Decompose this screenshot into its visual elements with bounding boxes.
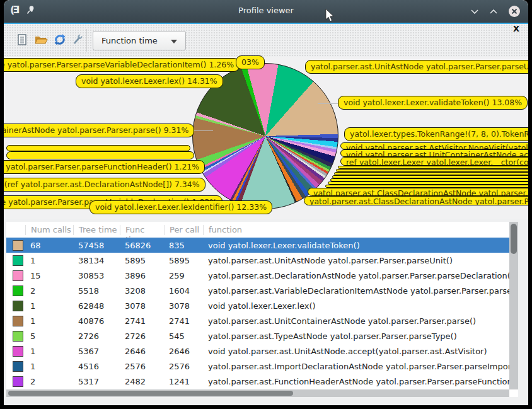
close-button[interactable]: [508, 5, 521, 18]
pie-callout-label: void yatol.parser.ast.AstVisitor.NoneVis…: [340, 142, 528, 149]
cell-tree-time: 4516: [73, 362, 120, 371]
pie-callout-label: yatol.parser.ast.UnitContainerAstNode ya…: [4, 124, 194, 137]
pie-callout-label: void yatol.parser.Parser.parseDeclaratio…: [4, 178, 205, 192]
toolbar-separator: [86, 29, 87, 52]
pie-callout-label: [6, 145, 190, 151]
cell-function: yatol.parser.ast.VariableDeclarationItem…: [203, 286, 509, 296]
pie-callout-label: yatol.parser.ast.VariableDeclarationItem…: [4, 58, 240, 72]
shade-button[interactable]: [470, 8, 479, 14]
cell-num-calls: 68: [25, 241, 73, 250]
pie-callout-label: void yatol.parser.ast.UnitContainerAstNo…: [340, 149, 528, 157]
dock-close-button[interactable]: X: [513, 24, 519, 33]
cell-func-time: 2726: [120, 331, 164, 341]
pie-callout-label: yatol.parser.ast.FunctionHeaderAstNode y…: [4, 160, 205, 174]
cell-function: void yatol.lexer.Lexer.validateToken(): [203, 241, 509, 250]
table-row[interactable]: 13813458955895yatol.parser.ast.UnitAstNo…: [6, 253, 509, 268]
open-file-button[interactable]: [33, 32, 49, 48]
cell-function: yatol.parser.ast.TypeAstNode yatol.parse…: [203, 331, 509, 341]
table-row[interactable]: 685745856826835void yatol.lexer.Lexer.va…: [6, 238, 509, 253]
table-row[interactable]: 2531724821241yatol.parser.ast.FunctionHe…: [6, 374, 509, 389]
cell-per-call: 1604: [164, 286, 203, 296]
open-folder-icon: [34, 33, 48, 46]
pie-callout-label: [6, 151, 194, 159]
table-row[interactable]: 1536726462646void yatol.parser.ast.UnitA…: [6, 343, 509, 359]
view-mode-dropdown[interactable]: Function time: [93, 31, 186, 50]
pie-callout-label: 03%: [236, 55, 265, 69]
cell-tree-time: 40876: [73, 316, 120, 326]
chevron-down-icon: [171, 40, 177, 43]
table-row[interactable]: 15308533896259yatol.parser.ast.Declarati…: [6, 268, 509, 283]
pie-callout-label: yatol.parser.ast.ClassDeclarationAstNode…: [308, 188, 528, 196]
table-row[interactable]: 1451625762576yatol.parser.ast.ImportDecl…: [6, 359, 509, 374]
mouse-cursor: [325, 9, 335, 23]
report-button[interactable]: [14, 32, 30, 48]
row-color-swatch: [13, 331, 23, 342]
table-row[interactable]: 16284830783078void yatol.lexer.Lexer.lex…: [6, 298, 509, 313]
cell-tree-time: 5518: [73, 286, 120, 296]
maximize-button[interactable]: [489, 8, 498, 14]
settings-button[interactable]: [69, 32, 86, 48]
pie-callout-label: yatol.lexer.types.TokenRange!(7, 8, 0).T…: [344, 127, 528, 141]
horizontal-scrollbar[interactable]: [6, 389, 509, 397]
table-row[interactable]: 2551832081604yatol.parser.ast.VariableDe…: [6, 283, 509, 298]
table-row[interactable]: 527262726545yatol.parser.ast.TypeAstNode…: [6, 328, 509, 343]
cell-function: yatol.parser.ast.UnitContainerAstNode ya…: [203, 316, 509, 326]
pie-callout-label: void yatol.lexer.Lexer.lexIdentifier() 1…: [90, 200, 272, 214]
col-tree-time[interactable]: Tree time: [73, 225, 120, 235]
cell-tree-time: 2726: [73, 331, 120, 341]
cell-function: void yatol.parser.ast.UnitAstNode.accept…: [203, 347, 509, 356]
pie-callout-label: void yatol.lexer.Lexer.validateToken() 1…: [338, 96, 528, 110]
cell-num-calls: 1: [25, 347, 73, 356]
cell-function: yatol.parser.ast.DeclarationAstNode yato…: [203, 271, 509, 280]
cell-tree-time: 38134: [73, 256, 120, 265]
cell-per-call: 545: [164, 331, 203, 341]
vertical-scrollbar-thumb[interactable]: [511, 224, 517, 254]
col-function[interactable]: function: [203, 225, 509, 235]
report-icon: [16, 33, 28, 46]
pie-callout-label: yatol.parser.ast.ClassDeclarationAstNode…: [304, 196, 528, 205]
cell-per-call: 1241: [164, 377, 203, 386]
cell-num-calls: 2: [25, 377, 73, 386]
cell-num-calls: 5: [25, 331, 73, 341]
cell-tree-time: 30853: [73, 271, 120, 280]
cell-tree-time: 62848: [73, 301, 120, 311]
cell-num-calls: 1: [25, 362, 73, 371]
screen: (Ǝ Profile viewer: [0, 0, 532, 409]
row-color-swatch: [13, 285, 23, 296]
cell-per-call: 2741: [164, 316, 203, 326]
cell-per-call: 3078: [164, 301, 203, 311]
refresh-icon: [53, 33, 67, 47]
cell-function: yatol.parser.ast.FunctionHeaderAstNode y…: [203, 377, 509, 386]
cell-func-time: 3208: [120, 286, 164, 296]
row-color-swatch: [13, 376, 23, 387]
pie-callout-label: ref yatol.lexer.Lexer yatol.lexer.Lexer.…: [340, 157, 528, 166]
vertical-scrollbar[interactable]: [509, 222, 518, 389]
horizontal-scrollbar-thumb[interactable]: [8, 391, 293, 396]
refresh-button[interactable]: [52, 32, 68, 48]
title-bar[interactable]: (Ǝ Profile viewer: [4, 0, 528, 23]
col-func-time[interactable]: Func time: [120, 225, 164, 235]
col-per-call[interactable]: Per call: [164, 225, 203, 235]
profile-table: Num calls Tree time Func time Per call f…: [6, 222, 518, 397]
table-row[interactable]: 14087627412741yatol.parser.ast.UnitConta…: [6, 313, 509, 328]
table-header[interactable]: Num calls Tree time Func time Per call f…: [6, 222, 509, 238]
cell-function: void yatol.lexer.Lexer.lex(): [203, 301, 509, 311]
row-color-swatch: [13, 255, 23, 266]
cell-function: yatol.parser.ast.UnitAstNode yatol.parse…: [203, 256, 509, 265]
col-num-calls[interactable]: Num calls: [25, 225, 73, 235]
chart-area: yatol.parser.ast.VariableDeclarationItem…: [4, 57, 528, 219]
toolbar: Function time X: [4, 24, 528, 57]
cell-func-time: 3896: [120, 271, 164, 280]
cell-function: yatol.parser.ast.ImportDeclarationAstNod…: [203, 362, 509, 371]
profile-viewer-window: (Ǝ Profile viewer: [4, 0, 528, 405]
cell-tree-time: 5317: [73, 377, 120, 386]
cell-func-time: 2576: [120, 362, 164, 371]
cell-per-call: 5895: [164, 256, 203, 265]
cell-num-calls: 15: [25, 271, 73, 280]
cell-num-calls: 1: [25, 301, 73, 311]
cell-func-time: 2482: [120, 377, 164, 386]
row-color-swatch: [13, 361, 23, 372]
row-color-swatch: [13, 301, 23, 311]
col-swatch[interactable]: [6, 225, 25, 235]
cell-per-call: 835: [164, 241, 203, 250]
